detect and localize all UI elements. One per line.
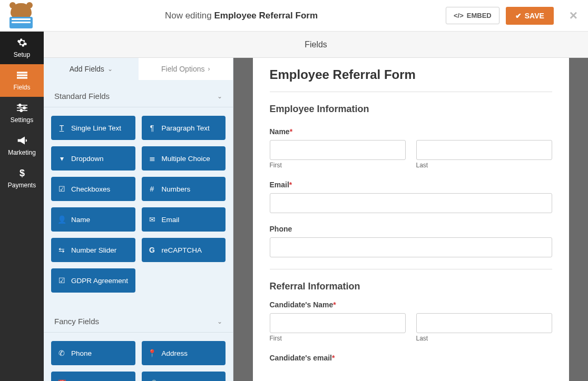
nav-label: Marketing bbox=[8, 149, 36, 156]
nav-label: Payments bbox=[8, 182, 36, 189]
app-header: Now editing Employee Referral Form </> E… bbox=[0, 0, 588, 32]
field-email[interactable]: ✉Email bbox=[142, 207, 226, 232]
sidebar-scroll[interactable]: Standard Fields ⌄ TSingle Line Text ¶Par… bbox=[44, 80, 233, 381]
svg-rect-2 bbox=[17, 77, 27, 78]
field-phone[interactable]: ✆Phone bbox=[51, 341, 135, 365]
field-label: Name* bbox=[270, 127, 552, 136]
recaptcha-icon: G bbox=[148, 246, 156, 254]
preview-section-title: Referral Information bbox=[270, 281, 552, 292]
slider-icon: ⇆ bbox=[57, 246, 66, 254]
app-logo bbox=[5, 3, 37, 28]
nav-label: Setup bbox=[14, 51, 30, 58]
field-datetime[interactable]: 📅Date / Time bbox=[51, 372, 135, 381]
save-label: SAVE bbox=[525, 12, 544, 20]
dollar-icon: $ bbox=[17, 168, 27, 178]
tab-label: Add Fields bbox=[70, 65, 104, 73]
hint-last: Last bbox=[416, 162, 552, 169]
field-recaptcha[interactable]: GreCAPTCHA bbox=[142, 238, 226, 262]
input-last[interactable] bbox=[416, 140, 552, 160]
field-numbers[interactable]: #Numbers bbox=[142, 177, 226, 201]
field-multiple-choice[interactable]: ≣Multiple Choice bbox=[142, 146, 226, 171]
input-first[interactable] bbox=[270, 140, 406, 160]
dropdown-icon: ▾ bbox=[57, 155, 66, 162]
chevron-right-icon: › bbox=[208, 65, 210, 73]
hint-first: First bbox=[270, 335, 406, 342]
field-single-line-text[interactable]: TSingle Line Text bbox=[51, 116, 135, 140]
tab-label: Field Options bbox=[161, 65, 204, 73]
field-paragraph-text[interactable]: ¶Paragraph Text bbox=[142, 116, 226, 140]
check-icon: ✔ bbox=[515, 12, 522, 20]
nav-label: Fields bbox=[13, 84, 30, 91]
tab-bar: Fields bbox=[44, 32, 588, 58]
preview-canvas[interactable]: Employee Referral Form Employee Informat… bbox=[233, 58, 588, 381]
text-icon: T bbox=[57, 124, 66, 132]
fancy-fields-grid: ✆Phone 📍Address 📅Date / Time 🔗Website / … bbox=[44, 341, 233, 381]
field-label: Candidate's email* bbox=[270, 354, 552, 362]
header-title: Now editing Employee Referral Form bbox=[37, 11, 446, 21]
nav-settings[interactable]: Settings bbox=[0, 97, 44, 129]
field-address[interactable]: 📍Address bbox=[142, 341, 226, 365]
preview-section-title: Employee Information bbox=[270, 104, 552, 115]
gear-icon bbox=[17, 37, 27, 48]
field-label: Email* bbox=[270, 181, 552, 189]
section-fancy-fields[interactable]: Fancy Fields ⌄ bbox=[44, 305, 233, 333]
section-standard-fields[interactable]: Standard Fields ⌄ bbox=[44, 80, 233, 107]
tab-add-fields[interactable]: Add Fields ⌄ bbox=[44, 58, 139, 80]
nav-payments[interactable]: $ Payments bbox=[0, 162, 44, 195]
mail-icon: ✉ bbox=[148, 216, 156, 223]
check-icon: ☑ bbox=[57, 277, 66, 284]
field-gdpr[interactable]: ☑GDPR Agreement bbox=[51, 268, 135, 293]
input-phone[interactable] bbox=[270, 237, 552, 257]
hash-icon: # bbox=[148, 185, 156, 193]
form-preview: Employee Referral Form Employee Informat… bbox=[253, 58, 569, 381]
field-website[interactable]: 🔗Website / URL bbox=[142, 372, 226, 381]
chevron-down-icon: ⌄ bbox=[217, 318, 222, 325]
fields-sidebar: Add Fields ⌄ Field Options › Standard Fi… bbox=[44, 58, 233, 381]
pin-icon: 📍 bbox=[148, 349, 156, 357]
input-last[interactable] bbox=[416, 313, 552, 333]
sliders-icon bbox=[17, 103, 27, 113]
field-name[interactable]: 👤Name bbox=[51, 207, 135, 232]
close-icon[interactable]: × bbox=[570, 7, 577, 24]
tab-field-options[interactable]: Field Options › bbox=[139, 58, 233, 80]
nav-fields[interactable]: Fields bbox=[0, 64, 44, 97]
paragraph-icon: ¶ bbox=[148, 124, 156, 132]
preview-field-name[interactable]: Name* First Last bbox=[270, 127, 552, 169]
megaphone-icon bbox=[17, 135, 27, 146]
field-number-slider[interactable]: ⇆Number Slider bbox=[51, 238, 135, 262]
input-first[interactable] bbox=[270, 313, 406, 333]
user-icon: 👤 bbox=[57, 216, 66, 223]
left-nav: Setup Fields Settings Marketing $ Paymen… bbox=[0, 32, 44, 381]
embed-button[interactable]: </> EMBED bbox=[446, 7, 499, 24]
form-icon bbox=[17, 70, 27, 81]
editing-prefix: Now editing bbox=[165, 11, 214, 21]
input-email[interactable] bbox=[270, 193, 552, 213]
preview-field-phone[interactable]: Phone bbox=[270, 225, 552, 257]
svg-point-6 bbox=[23, 107, 25, 109]
chevron-down-icon: ⌄ bbox=[107, 65, 113, 73]
hint-last: Last bbox=[416, 335, 552, 342]
svg-text:$: $ bbox=[19, 168, 24, 178]
nav-setup[interactable]: Setup bbox=[0, 32, 44, 64]
nav-label: Settings bbox=[11, 116, 33, 124]
save-button[interactable]: ✔ SAVE bbox=[506, 7, 554, 25]
tab-title: Fields bbox=[305, 40, 327, 49]
preview-field-candidate-name[interactable]: Candidate's Name* First Last bbox=[270, 300, 552, 342]
svg-point-8 bbox=[20, 109, 22, 112]
hint-first: First bbox=[270, 162, 406, 169]
svg-point-4 bbox=[18, 104, 21, 106]
nav-marketing[interactable]: Marketing bbox=[0, 129, 44, 162]
svg-rect-1 bbox=[17, 74, 27, 76]
section-title: Standard Fields bbox=[54, 92, 110, 101]
field-dropdown[interactable]: ▾Dropdown bbox=[51, 146, 135, 171]
divider bbox=[270, 269, 552, 269]
field-label: Phone bbox=[270, 225, 552, 233]
field-label: Candidate's Name* bbox=[270, 300, 552, 309]
divider bbox=[270, 92, 552, 92]
svg-rect-0 bbox=[17, 72, 27, 73]
list-icon: ≣ bbox=[148, 155, 156, 162]
field-checkboxes[interactable]: ☑Checkboxes bbox=[51, 177, 135, 201]
preview-field-email[interactable]: Email* bbox=[270, 181, 552, 213]
preview-field-candidate-email[interactable]: Candidate's email* bbox=[270, 354, 552, 362]
code-icon: </> bbox=[454, 12, 464, 19]
